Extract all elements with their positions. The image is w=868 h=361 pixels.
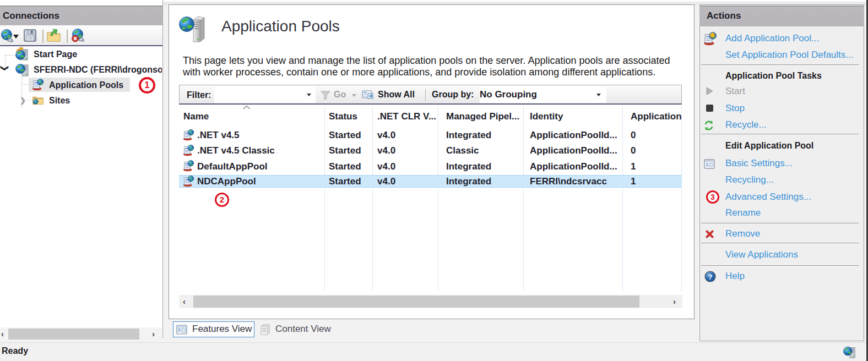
svg-text:?: ? (708, 273, 713, 281)
